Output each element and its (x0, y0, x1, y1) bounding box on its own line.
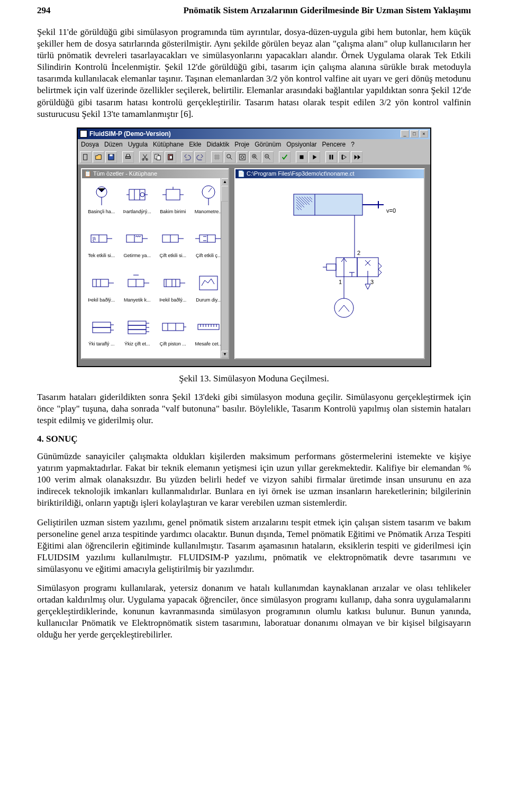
app-icon (80, 130, 87, 138)
lib-item-double-piston[interactable]: Çift piston ... (156, 313, 190, 356)
zoom-1-button[interactable] (224, 151, 235, 163)
lib-label: Ýkiz çift et... (124, 341, 150, 346)
svg-rect-16 (300, 155, 304, 159)
menu-duzen[interactable]: Düzen (104, 141, 123, 148)
app-title: FluidSIM-P (Demo-Version) (89, 130, 171, 138)
lib-item-shape-sensor-1[interactable]: Þekil baðlý... (84, 269, 119, 312)
pause-button[interactable] (325, 151, 337, 163)
open-file-button[interactable] (93, 151, 104, 163)
menu-uygula[interactable]: Uygula (128, 141, 148, 148)
paste-button[interactable] (165, 151, 176, 163)
scroll-down-button[interactable]: ▼ (221, 351, 228, 358)
canvas-window: 📄 C:\Program Files\Fsp3demo\ct\noname.ct… (234, 168, 425, 359)
menu-ekle[interactable]: Ekle (189, 141, 201, 148)
lib-label: Manyetik k... (124, 297, 151, 303)
library-title: Tüm özetler - Kütüphane (93, 170, 157, 177)
svg-rect-49 (326, 264, 336, 270)
svg-rect-37 (128, 330, 146, 334)
svg-rect-19 (342, 154, 343, 159)
svg-rect-8 (157, 156, 160, 160)
svg-rect-21 (129, 189, 145, 200)
lib-item-double-acting[interactable]: Çift etkili si... (156, 224, 190, 268)
svg-rect-45 (336, 258, 357, 277)
page-number: 294 (37, 5, 51, 16)
port-2-label: 2 (357, 250, 360, 256)
menu-pencere[interactable]: Pencere (322, 141, 346, 148)
lib-item-two-sided[interactable]: Ýki taraflý ... (84, 313, 119, 356)
lib-label: Manometre... (195, 209, 223, 214)
air-supply-symbol[interactable] (334, 295, 353, 317)
port-1-label: 1 (339, 279, 342, 285)
print-button[interactable] (122, 151, 134, 163)
menu-gorunum[interactable]: Görünüm (255, 141, 281, 148)
menu-help[interactable]: ? (351, 141, 355, 148)
cylinder-symbol[interactable] (294, 194, 384, 215)
menu-dosya[interactable]: Dosya (81, 141, 99, 148)
lib-label: Tek etkili si... (88, 253, 115, 258)
zoom-out-button[interactable] (262, 151, 274, 163)
menu-kutuphane[interactable]: Kütüphane (153, 141, 184, 148)
lib-label: Durum diy... (196, 297, 221, 303)
lib-item-compressor[interactable]: Basinçli ha... (84, 180, 119, 224)
menu-proje[interactable]: Proje (234, 141, 249, 148)
lib-item-single-acting[interactable]: Tek etkili si... (84, 224, 119, 268)
lib-item-return-spring[interactable]: Getirme ya... (120, 224, 155, 268)
svg-rect-34 (93, 327, 111, 333)
library-scrollbar[interactable]: ▲ ▼ (221, 178, 228, 358)
svg-point-5 (142, 158, 144, 160)
cut-button[interactable] (139, 151, 151, 163)
canvas-title: C:\Program Files\Fsp3demo\ct\noname.ct (247, 170, 355, 177)
check-button[interactable] (279, 151, 291, 163)
fluidsim-app-window: FluidSIM-P (Demo-Version) _ □ × Dosya Dü… (77, 127, 431, 367)
menu-opsiyonlar[interactable]: Opsiyonlar (286, 141, 316, 148)
lib-label: Çift etkili si... (159, 253, 186, 258)
new-file-button[interactable] (80, 151, 92, 163)
lib-label: Çift piston ... (160, 341, 186, 346)
svg-rect-10 (169, 156, 172, 159)
lib-item-service-unit[interactable]: Bakim birimi (156, 180, 190, 224)
lib-label: Þekil baðlý... (88, 297, 115, 303)
play-button[interactable] (309, 151, 320, 163)
figure-caption: Şekil 13. Simülasyon Moduna Geçilmesi. (37, 373, 471, 384)
section-heading: 4. SONUÇ (37, 434, 471, 444)
grid-button[interactable] (211, 151, 223, 163)
lib-label: Mesafe cet... (195, 341, 222, 346)
zoom-in-button[interactable] (249, 151, 261, 163)
maximize-button[interactable]: □ (410, 130, 419, 138)
copy-button[interactable] (152, 151, 164, 163)
stop-button[interactable] (296, 151, 307, 163)
library-window: 📋 Tüm özetler - Kütüphane Basinçli ha...… (81, 168, 229, 359)
svg-rect-36 (128, 325, 146, 330)
lib-item-twin-double[interactable]: Ýkiz çift et... (120, 313, 155, 356)
port-3-label: 3 (370, 279, 374, 285)
canvas-icon: 📄 (238, 170, 245, 177)
library-titlebar[interactable]: 📋 Tüm özetler - Kütüphane (82, 169, 228, 178)
pneumatic-schematic: v=0 2 (262, 189, 410, 348)
lib-item-conditioner[interactable]: Þartlandýrý... (120, 180, 155, 224)
menu-didaktik[interactable]: Didaktik (206, 141, 229, 148)
svg-rect-2 (110, 154, 112, 157)
zoom-fit-button[interactable] (237, 151, 248, 163)
undo-button[interactable] (182, 151, 193, 163)
reset-button[interactable] (338, 151, 350, 163)
paragraph-4: Geliştirilen uzman sistem yazılımı, gene… (37, 517, 471, 575)
svg-rect-38 (162, 323, 184, 331)
running-title: Pnömatik Sistem Arızalarının Giderilmesi… (183, 5, 471, 16)
save-button[interactable] (105, 151, 117, 163)
app-toolbar (78, 150, 430, 165)
svg-point-22 (140, 193, 144, 197)
lib-label: Þartlandýrý... (123, 209, 151, 214)
redo-button[interactable] (194, 151, 206, 163)
step-button[interactable] (351, 151, 362, 163)
scroll-up-button[interactable]: ▲ (221, 178, 228, 186)
scroll-thumb[interactable] (221, 186, 228, 202)
lib-item-shape-sensor-2[interactable]: Þekil baðlý... (156, 269, 190, 312)
canvas-titlebar[interactable]: 📄 C:\Program Files\Fsp3demo\ct\noname.ct (235, 169, 424, 178)
minimize-button[interactable]: _ (401, 130, 409, 138)
library-grid: Basinçli ha... Þartlandýrý... Bakim biri… (82, 178, 228, 358)
svg-rect-33 (93, 322, 111, 327)
close-button[interactable]: × (420, 130, 428, 138)
canvas-area[interactable]: v=0 2 (235, 178, 424, 358)
lib-item-magnetic[interactable]: Manyetik k... (120, 269, 155, 312)
valve-3-2[interactable] (323, 258, 382, 277)
